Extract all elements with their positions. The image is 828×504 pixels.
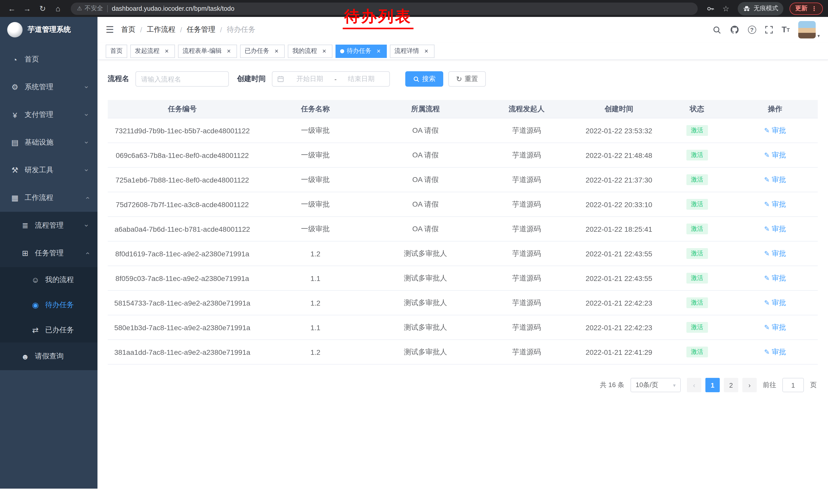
next-page-button[interactable]: ›	[742, 378, 757, 392]
yen-icon: ¥	[10, 110, 19, 119]
close-icon[interactable]: ×	[273, 47, 280, 55]
back-icon[interactable]: ←	[5, 2, 18, 15]
close-icon[interactable]: ×	[375, 47, 382, 55]
chevron-up-icon: ›	[83, 197, 91, 199]
key-icon[interactable]	[704, 2, 717, 15]
tab-start-process[interactable]: 发起流程×	[130, 44, 175, 58]
breadcrumb-separator: /	[140, 26, 142, 34]
sidebar-item-task-mgmt[interactable]: ⊞任务管理›	[0, 239, 97, 267]
close-icon[interactable]: ×	[321, 47, 328, 55]
breadcrumb-item[interactable]: 首页	[121, 25, 135, 34]
approve-link[interactable]: ✎审批	[764, 126, 786, 135]
sidebar-item-payment-mgmt[interactable]: ¥支付管理›	[0, 101, 97, 129]
sidebar-item-dev-tools[interactable]: ⚒研发工具›	[0, 156, 97, 184]
breadcrumb-item[interactable]: 工作流程	[147, 25, 175, 34]
pagination: 共 16 条 10条/页 ▾ ‹ 12 › 前往 页	[108, 378, 818, 392]
start-date-placeholder[interactable]: 开始日期	[286, 74, 333, 84]
approve-link[interactable]: ✎审批	[764, 323, 786, 332]
sidebar-item-done-task[interactable]: ⇄已办任务	[0, 317, 97, 342]
approve-link[interactable]: ✎审批	[764, 175, 786, 184]
table-cell: 芋道源码	[477, 150, 576, 160]
user-menu[interactable]: ▾	[798, 21, 820, 39]
table-cell: 芋道源码	[477, 126, 576, 135]
security-label[interactable]: 不安全	[85, 4, 103, 13]
approve-link-label: 审批	[772, 150, 786, 160]
sidebar-item-label: 流程管理	[35, 221, 64, 230]
table-cell: 2022-01-22 18:25:41	[576, 225, 662, 233]
transfer-icon: ⇄	[31, 325, 40, 334]
table-cell: 2022-01-22 20:33:10	[576, 200, 662, 209]
sidebar-item-todo-task[interactable]: ◉待办任务	[0, 292, 97, 317]
sidebar-item-process-mgmt[interactable]: ≣流程管理›	[0, 212, 97, 239]
tab-process-detail[interactable]: 流程详情×	[390, 44, 434, 58]
sidebar: 芋道管理系统 ◔首页⚙系统管理›¥支付管理›▤基础设施›⚒研发工具›▦工作流程›…	[0, 17, 97, 489]
approve-link[interactable]: ✎审批	[764, 249, 786, 258]
tab-done-task[interactable]: 已办任务×	[240, 44, 285, 58]
sidebar-item-label: 待办任务	[45, 300, 74, 310]
close-icon[interactable]: ×	[225, 47, 233, 55]
caret-down-icon: ▾	[673, 382, 676, 388]
sidebar-item-system-mgmt[interactable]: ⚙系统管理›	[0, 73, 97, 101]
date-range-picker[interactable]: 开始日期 - 结束日期	[272, 71, 390, 87]
fullscreen-icon[interactable]	[764, 26, 773, 34]
bookmark-star-icon[interactable]: ☆	[719, 2, 733, 15]
process-name-input[interactable]	[135, 71, 229, 87]
help-icon[interactable]: ?	[748, 26, 756, 34]
page-size-value: 10条/页	[636, 380, 658, 390]
app-logo-row[interactable]: 芋道管理系统	[0, 17, 97, 43]
search-button[interactable]: 搜索	[405, 71, 443, 87]
approve-link[interactable]: ✎审批	[764, 274, 786, 283]
table-cell: 1.2	[257, 249, 374, 258]
end-date-placeholder[interactable]: 结束日期	[338, 74, 385, 84]
forward-icon[interactable]: →	[20, 2, 34, 15]
update-button[interactable]: 更新 ⋮	[790, 2, 823, 15]
github-icon[interactable]	[730, 25, 739, 34]
reset-button[interactable]: ↻ 重置	[448, 71, 486, 87]
search-icon[interactable]	[712, 26, 721, 34]
tab-home[interactable]: 首页	[106, 44, 127, 58]
approve-link[interactable]: ✎审批	[764, 200, 786, 209]
menu-collapse-icon[interactable]: ☰	[106, 24, 114, 35]
breadcrumb-item[interactable]: 任务管理	[187, 25, 215, 34]
approve-link[interactable]: ✎审批	[764, 224, 786, 234]
sidebar-item-home[interactable]: ◔首页	[0, 46, 97, 73]
goto-unit: 页	[810, 380, 817, 390]
table-cell-status: 激活	[662, 273, 733, 283]
goto-page-input[interactable]	[782, 378, 804, 392]
table-cell: 2022-01-21 22:42:23	[576, 323, 662, 331]
page-button-2[interactable]: 2	[724, 378, 738, 392]
tab-form-edit[interactable]: 流程表单-编辑×	[178, 44, 237, 58]
approve-link[interactable]: ✎审批	[764, 150, 786, 160]
table-cell: OA 请假	[374, 175, 477, 184]
close-icon[interactable]: ×	[163, 47, 170, 55]
table-row: 725a1eb6-7b88-11ec-8ef0-acde48001122一级审批…	[108, 168, 818, 192]
approve-link[interactable]: ✎审批	[764, 348, 786, 357]
tab-label: 流程表单-编辑	[182, 47, 222, 55]
tab-my-process[interactable]: 我的流程×	[288, 44, 332, 58]
sidebar-item-workflow[interactable]: ▦工作流程›	[0, 184, 97, 212]
table-cell: 一级审批	[257, 224, 374, 234]
prev-page-button[interactable]: ‹	[687, 378, 701, 392]
sidebar-item-label: 请假查询	[35, 352, 64, 361]
sidebar-item-my-process[interactable]: ☺我的流程	[0, 267, 97, 292]
process-name-label: 流程名	[108, 74, 129, 84]
page-button-1[interactable]: 1	[705, 378, 720, 392]
page-size-select[interactable]: 10条/页 ▾	[630, 378, 681, 392]
font-size-icon[interactable]: TT	[782, 25, 790, 34]
reload-icon[interactable]: ↻	[36, 2, 49, 15]
tab-todo-task[interactable]: 待办任务×	[335, 44, 387, 58]
sidebar-item-label: 研发工具	[25, 166, 53, 175]
status-badge: 激活	[686, 125, 708, 136]
sidebar-item-label: 支付管理	[25, 110, 53, 120]
more-icon[interactable]: ⋮	[811, 5, 817, 12]
sidebar-item-infrastructure[interactable]: ▤基础设施›	[0, 129, 97, 156]
approve-link[interactable]: ✎审批	[764, 298, 786, 307]
app-title: 芋道管理系统	[28, 25, 71, 34]
table-header-cell: 流程发起人	[477, 104, 576, 113]
sidebar-item-leave-query[interactable]: ☻请假查询	[0, 342, 97, 370]
close-icon[interactable]: ×	[423, 47, 430, 55]
url-text[interactable]: dashboard.yudao.iocoder.cn/bpm/task/todo	[112, 5, 235, 12]
home-icon[interactable]: ⌂	[51, 2, 65, 15]
avatar[interactable]	[798, 21, 816, 39]
table-cell-status: 激活	[662, 199, 733, 210]
